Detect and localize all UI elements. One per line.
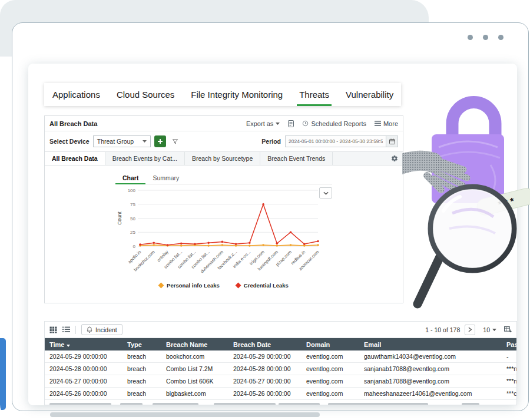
- table-cell: -: [502, 350, 516, 363]
- horizontal-scrollbar[interactable]: [50, 412, 320, 417]
- bell-icon: [87, 326, 92, 333]
- column-header-domain[interactable]: Domain: [302, 338, 359, 350]
- sort-caret-icon: [67, 345, 70, 347]
- table-cell: breach: [122, 350, 161, 363]
- panel-settings-gear-icon[interactable]: [386, 152, 403, 165]
- screenshot-canvas: Applications Cloud Sources File Integrit…: [0, 0, 530, 420]
- clock-icon: [302, 120, 309, 127]
- table-cell: maheeshanazeer14061@eventlog.com: [359, 388, 502, 400]
- select-device-label: Select Device: [49, 138, 90, 145]
- table-header-row: Time Type Breach Name Breach Date Domain…: [45, 338, 516, 350]
- tab-threats[interactable]: Threats: [291, 83, 337, 106]
- table-cell: 2024-05-29 00:00:00: [45, 350, 122, 363]
- period-controls: Period: [261, 135, 398, 147]
- column-header-breach-name[interactable]: Breach Name: [161, 338, 228, 350]
- table-cell: eventlog.com: [302, 350, 359, 363]
- table-cell: ***nab: [502, 375, 516, 388]
- legend-marker-red: [235, 283, 241, 289]
- breach-table: Time Type Breach Name Breach Date Domain…: [45, 338, 516, 400]
- window-dot[interactable]: [468, 35, 473, 40]
- device-select-value: Threat Group: [97, 138, 134, 145]
- column-header-breach-date[interactable]: Breach Date: [228, 338, 302, 350]
- filter-icon[interactable]: [172, 138, 178, 145]
- page-size-select[interactable]: 10: [480, 325, 499, 335]
- tab-applications[interactable]: Applications: [44, 83, 108, 106]
- scheduled-reports-button[interactable]: Scheduled Reports: [302, 120, 366, 127]
- table-cell: eventlog.com: [302, 388, 359, 400]
- chevron-down-icon: [323, 191, 329, 195]
- table-row[interactable]: 2024-05-29 00:00:00breachbookchor.com202…: [45, 350, 516, 363]
- table-cell: Combo List 606K: [161, 375, 228, 388]
- svg-text:25: 25: [130, 230, 135, 235]
- tab-label: File Integrity Monitoring: [191, 90, 283, 100]
- tab-all-breach-data[interactable]: All Breach Data: [45, 152, 105, 165]
- window-controls: [468, 35, 504, 40]
- legend-credential-leaks[interactable]: Credential Leaks: [236, 282, 289, 289]
- device-select[interactable]: Threat Group: [93, 135, 151, 147]
- table-cell: Combo List 7.2M: [161, 363, 228, 375]
- calendar-button[interactable]: [386, 135, 398, 147]
- view-tabs: Chart Summary: [115, 171, 332, 184]
- plus-icon: [157, 138, 163, 144]
- panel-actions: Export as Scheduled Reports More: [246, 120, 398, 127]
- caret-down-icon: [276, 123, 280, 125]
- tab-label: Vulnerability: [346, 90, 393, 100]
- column-header-time[interactable]: Time: [45, 338, 122, 350]
- table-row[interactable]: 2024-05-26 00:00:00breachbigbasket.com20…: [45, 388, 516, 400]
- table-cell: ***nab: [502, 363, 516, 375]
- table-cell: bigbasket.com: [161, 388, 228, 400]
- caret-down-icon: [143, 140, 147, 143]
- tab-breach-event-trends[interactable]: Breach Event Trends: [260, 152, 333, 165]
- period-input[interactable]: [285, 135, 386, 147]
- partial-table-row: [45, 400, 516, 405]
- table-cell: 2024-05-29 00:00:00: [228, 350, 302, 363]
- table-cell: 2024-05-28 00:00:00: [45, 363, 122, 375]
- tab-summary[interactable]: Summary: [145, 171, 186, 184]
- tab-breach-events-by-category[interactable]: Breach Events by Cat...: [105, 152, 185, 165]
- tab-label: Cloud Sources: [117, 90, 174, 100]
- chart-widget: Chart Summary 0255075100Countapollo.iobo…: [115, 171, 332, 289]
- tab-chart[interactable]: Chart: [115, 171, 145, 184]
- incident-button[interactable]: Incident: [81, 324, 122, 335]
- report-tabs: All Breach Data Breach Events by Cat... …: [45, 151, 403, 166]
- table-cell: eventlog.com: [302, 375, 359, 388]
- list-view-icon[interactable]: [62, 326, 70, 333]
- tab-breach-by-sourcetype[interactable]: Breach by Sourcetype: [185, 152, 260, 165]
- table-cell: 2024-05-27 00:00:00: [228, 375, 302, 388]
- table-row[interactable]: 2024-05-28 00:00:00breachCombo List 7.2M…: [45, 363, 516, 375]
- export-as-button[interactable]: Export as: [246, 120, 280, 127]
- caret-down-icon: [492, 329, 496, 331]
- tab-label: Threats: [299, 90, 329, 100]
- svg-text:75: 75: [130, 202, 135, 207]
- svg-text:100: 100: [128, 188, 136, 193]
- tab-vulnerability[interactable]: Vulnerability: [337, 83, 402, 106]
- next-page-button[interactable]: [465, 325, 475, 335]
- tab-file-integrity-monitoring[interactable]: File Integrity Monitoring: [183, 83, 291, 106]
- column-header-password[interactable]: Password: [502, 338, 516, 350]
- column-header-type[interactable]: Type: [122, 338, 161, 350]
- pagination-controls: 1 - 10 of 178 10: [425, 325, 512, 335]
- breach-panel: All Breach Data Export as Scheduled Repo…: [44, 115, 403, 303]
- table-cell: 2024-05-26 00:00:00: [228, 388, 302, 400]
- more-button[interactable]: More: [375, 120, 398, 127]
- table-cell: 2024-05-27 00:00:00: [45, 375, 122, 388]
- legend-personal-info-leaks[interactable]: Personal info Leaks: [159, 282, 220, 289]
- table-cell: breach: [122, 375, 161, 388]
- tab-cloud-sources[interactable]: Cloud Sources: [108, 83, 183, 106]
- table-cell: gauwthamk14034@eventlog.com: [359, 350, 502, 363]
- svg-text:0: 0: [133, 244, 136, 249]
- table-cell: 2024-05-28 00:00:00: [228, 363, 302, 375]
- add-device-button[interactable]: [154, 135, 166, 147]
- menu-icon: [375, 121, 381, 126]
- table-cell: bookchor.com: [161, 350, 228, 363]
- window-dot[interactable]: [483, 35, 488, 40]
- table-row[interactable]: 2024-05-27 00:00:00breachCombo List 606K…: [45, 375, 516, 388]
- grid-view-icon[interactable]: [49, 326, 57, 333]
- report-icon[interactable]: [288, 120, 294, 127]
- window-dot[interactable]: [498, 35, 504, 40]
- chart-options-dropdown[interactable]: [319, 187, 332, 199]
- pagination-text: 1 - 10 of 178: [425, 326, 460, 333]
- export-table-icon[interactable]: [504, 326, 512, 333]
- column-header-email[interactable]: Email: [359, 338, 502, 350]
- breach-table-body: 2024-05-29 00:00:00breachbookchor.com202…: [45, 350, 516, 400]
